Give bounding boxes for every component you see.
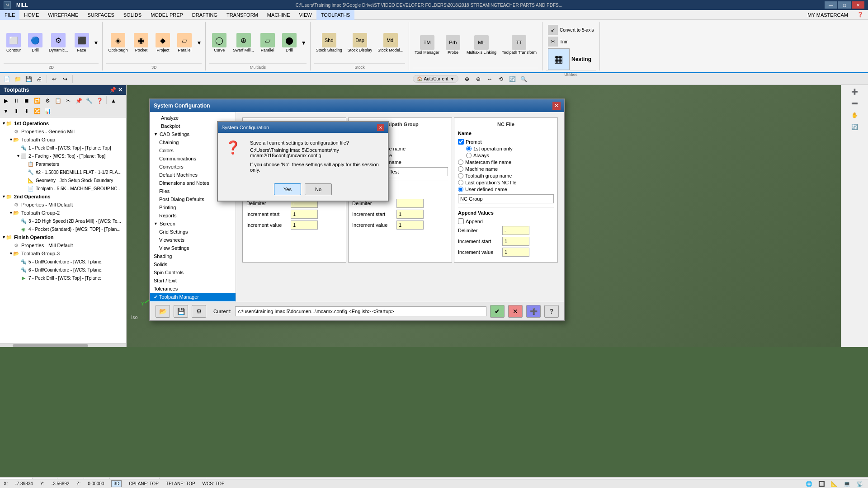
- sidebar-spin-controls[interactable]: Spin Controls: [150, 268, 236, 277]
- menu-help[interactable]: ❓: [853, 10, 868, 20]
- menu-solids[interactable]: SOLIDS: [119, 10, 146, 20]
- toolpath-group-incstart-input[interactable]: [396, 210, 424, 219]
- panel-btn-13[interactable]: ⬆: [11, 106, 21, 116]
- tree-item-facing[interactable]: ▼ ⬜ 2 - Facing - [WCS: Top] - [Tplane: T…: [2, 152, 124, 160]
- tree-item-params[interactable]: 📋 Parameters: [2, 160, 124, 168]
- nc-delimiter-input[interactable]: [502, 226, 529, 235]
- panel-btn-1[interactable]: ▶: [1, 96, 11, 106]
- nc-always-radio[interactable]: [466, 153, 472, 158]
- view-btn-4[interactable]: ⟲: [496, 74, 506, 84]
- panel-pin[interactable]: 📌: [109, 87, 116, 93]
- nc-append-check-row[interactable]: Append: [458, 218, 554, 224]
- parallel-3d-button[interactable]: ▱ Parallel: [175, 32, 194, 54]
- tree-item-drill6[interactable]: 🔩 6 - Drill/Counterbore - [WCS: Tplane:: [2, 266, 124, 274]
- tree-item-peck-drill[interactable]: 🔩 1 - Peck Drill - [WCS: Top] - [Tplane:…: [2, 144, 124, 152]
- panel-btn-3[interactable]: ⏹: [22, 96, 32, 106]
- confirm-close-button[interactable]: ✕: [377, 124, 384, 131]
- tree-item-2nd-ops[interactable]: ▼ 📁 2nd Operations: [2, 192, 124, 201]
- swarf-button[interactable]: ⊛ Swarf Mill...: [231, 32, 256, 54]
- tree-item-toolpath-group3[interactable]: ▼ 📂 Toolpath Group-3: [2, 249, 124, 258]
- ma-more-button[interactable]: ▼: [301, 23, 307, 63]
- panel-btn-2[interactable]: ⏸: [11, 96, 21, 106]
- nc-append-checkbox[interactable]: [458, 218, 464, 224]
- panel-btn-14[interactable]: ⬇: [22, 106, 32, 116]
- confirm-no-button[interactable]: No: [305, 183, 332, 195]
- status-icon-5[interactable]: 📡: [854, 479, 864, 488]
- dialog-cancel-button[interactable]: ✕: [508, 305, 523, 318]
- stock-model-button[interactable]: Mdl Stock Model...: [376, 32, 405, 54]
- tree-item-props-mill2[interactable]: ⚙ Properties - Mill Default: [2, 241, 124, 249]
- nc-userdefined-row[interactable]: User defined name: [458, 187, 554, 192]
- nc-last-op-radio[interactable]: [458, 180, 463, 185]
- stock-display-button[interactable]: Dsp Stock Display: [346, 32, 374, 54]
- toolbar-save[interactable]: 💾: [24, 74, 33, 84]
- toolbar-new[interactable]: 📄: [2, 74, 12, 84]
- toolpath-group-incval-input[interactable]: [396, 221, 424, 230]
- right-rotate[interactable]: 🔄: [850, 122, 860, 132]
- dialog-ok-button[interactable]: ✔: [490, 305, 505, 318]
- menu-wireframe[interactable]: WIREFRAME: [43, 10, 83, 20]
- status-icon-2[interactable]: 🔲: [816, 479, 826, 488]
- menu-file[interactable]: FILE: [0, 10, 19, 20]
- sidebar-printing[interactable]: Printing: [150, 203, 236, 211]
- panel-btn-12[interactable]: ▼: [1, 106, 11, 116]
- tree-item-geom[interactable]: 📐 Geometry - Job Setup Stock Boundary: [2, 176, 124, 184]
- dynamic-button[interactable]: ⚙ Dynamic...: [47, 32, 70, 54]
- stock-shading-button[interactable]: Shd Stock Shading: [314, 32, 344, 54]
- nc-mastercam-row[interactable]: Mastercam file name: [458, 160, 554, 165]
- nc-incval-input[interactable]: [502, 248, 529, 257]
- view-btn-1[interactable]: ⊕: [462, 74, 472, 84]
- panel-btn-16[interactable]: 📊: [42, 106, 52, 116]
- right-zoom-out[interactable]: ➖: [850, 99, 860, 108]
- nc-userdefined-radio[interactable]: [458, 187, 463, 192]
- panel-btn-9[interactable]: 🔧: [84, 96, 94, 106]
- menu-view[interactable]: VIEW: [295, 10, 316, 20]
- nesting-button[interactable]: ▦ Nesting: [546, 48, 593, 70]
- view-btn-5[interactable]: 🔄: [507, 74, 517, 84]
- maximize-button[interactable]: □: [838, 1, 851, 9]
- 3d-more-button[interactable]: ▼: [196, 23, 202, 63]
- multiaxis-linking-button[interactable]: ML Multiaxis Linking: [465, 34, 498, 56]
- panel-btn-5[interactable]: ⚙: [42, 96, 52, 106]
- tool-manager-button[interactable]: TM Tool Manager: [413, 34, 441, 56]
- tree-item-pocket[interactable]: ◉ 4 - Pocket (Standard) - [WCS: TOP] - […: [2, 225, 124, 233]
- toolpath-transform-button[interactable]: TT Toolpath Transform: [500, 34, 538, 56]
- sidebar-toolpaths[interactable]: Toolpaths: [150, 301, 236, 302]
- config-settings-button[interactable]: ⚙: [192, 305, 206, 318]
- contour-button[interactable]: ⬜ Contour: [4, 32, 24, 54]
- confirm-yes-button[interactable]: Yes: [274, 183, 301, 195]
- toolbar-undo[interactable]: ↩: [49, 74, 59, 84]
- nc-file-prompt-checkbox[interactable]: [458, 139, 464, 145]
- nc-first-op-row[interactable]: 1st operation only: [466, 146, 554, 151]
- sidebar-screen[interactable]: ▼ Screen: [150, 220, 236, 228]
- view-btn-2[interactable]: ⊖: [473, 74, 483, 84]
- status-icon-1[interactable]: 🌐: [804, 479, 814, 488]
- optirough-button[interactable]: ◈ OptiRough: [106, 32, 129, 54]
- convert-5axis-button[interactable]: ↙ Convert to 5-axis: [546, 24, 596, 35]
- toolpath-group-delimiter-input[interactable]: [396, 199, 424, 208]
- nc-machinename-row[interactable]: Machine name: [458, 166, 554, 172]
- menu-my-mastercam[interactable]: MY MASTERCAM: [803, 10, 853, 20]
- panel-btn-15[interactable]: 🔀: [32, 106, 42, 116]
- nc-toolpathgroup-radio[interactable]: [458, 173, 463, 178]
- menu-toolpaths[interactable]: TOOLPATHS: [316, 10, 355, 20]
- nc-file-prompt-check-row[interactable]: Prompt: [458, 139, 554, 145]
- minimize-button[interactable]: —: [825, 1, 837, 9]
- tree-item-peck7[interactable]: ▶ 7 - Peck Drill - [WCS: Top] - [Tplane:: [2, 274, 124, 282]
- menu-transform[interactable]: TRANSFORM: [222, 10, 263, 20]
- sidebar-reports[interactable]: Reports: [150, 211, 236, 220]
- view-btn-3[interactable]: ↔: [485, 74, 495, 84]
- panel-btn-4[interactable]: 🔁: [32, 96, 42, 106]
- sidebar-toolpath-manager[interactable]: ✔ Toolpath Manager: [150, 293, 236, 301]
- tree-item-toolpath-group2[interactable]: ▼ 📂 Toolpath Group-2: [2, 209, 124, 217]
- dialog-add-button[interactable]: ➕: [526, 305, 541, 318]
- nc-toolpath-group-row[interactable]: Toolpath group name: [458, 173, 554, 178]
- nc-incstart-input[interactable]: [502, 237, 529, 246]
- panel-btn-11[interactable]: ▲: [108, 96, 118, 106]
- machine-group-incstart-input[interactable]: [291, 210, 318, 219]
- sidebar-solids[interactable]: Solids: [150, 260, 236, 268]
- tree-item-1st-ops[interactable]: ▼ 📁 1st Operations: [2, 119, 124, 127]
- toolbar-print[interactable]: 🖨: [34, 74, 44, 84]
- machine-group-incval-input[interactable]: [291, 221, 318, 230]
- menu-home[interactable]: HOME: [19, 10, 43, 20]
